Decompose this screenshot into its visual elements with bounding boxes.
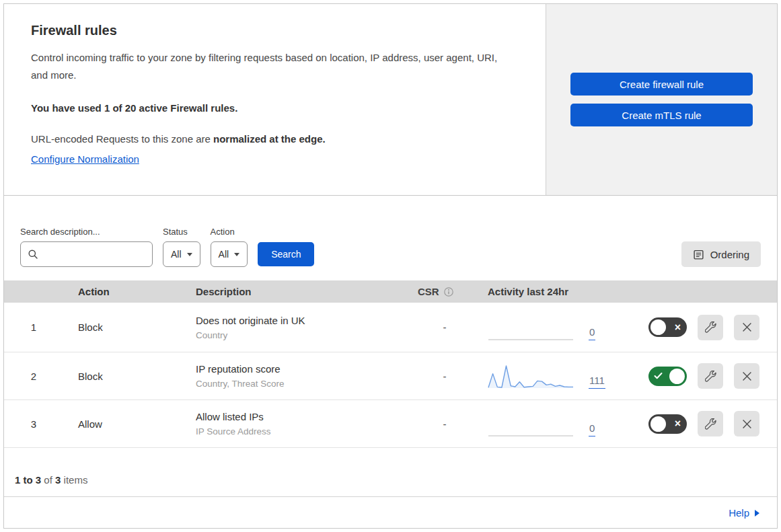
arrow-right-icon xyxy=(755,510,759,517)
status-select[interactable]: All xyxy=(163,241,200,267)
table-row: 3 Allow Allow listed IPs IP Source Addre… xyxy=(4,400,777,448)
ordering-button[interactable]: Ordering xyxy=(681,241,761,267)
delete-rule-button[interactable] xyxy=(734,411,759,436)
create-mtls-rule-button[interactable]: Create mTLS rule xyxy=(570,104,753,126)
wrench-icon xyxy=(705,321,716,333)
pagination-summary: 1 to 3 of 3 items xyxy=(4,448,777,497)
activity-count-link[interactable]: 0 xyxy=(589,326,595,340)
help-link[interactable]: Help xyxy=(729,507,759,519)
table-row: 2 Block IP reputation score Country, Thr… xyxy=(4,352,777,400)
action-select[interactable]: All xyxy=(211,241,248,267)
range-text: 1 to 3 xyxy=(15,474,41,486)
chevron-down-icon xyxy=(187,253,192,256)
wrench-icon xyxy=(705,418,716,430)
normalization-bold: normalized at the edge. xyxy=(213,133,326,145)
normalization-prefix: URL-encoded Requests to this zone are xyxy=(31,133,213,145)
rule-description[interactable]: Does not originate in UK xyxy=(196,315,411,326)
column-description: Description xyxy=(196,286,411,297)
x-icon: × xyxy=(675,418,681,429)
action-select-value: All xyxy=(219,249,229,260)
chevron-down-icon xyxy=(234,253,239,256)
ordering-list-icon xyxy=(693,249,704,260)
usage-summary: You have used 1 of 20 active Firewall ru… xyxy=(31,102,519,114)
column-activity: Activity last 24hr xyxy=(478,286,625,297)
rule-enable-toggle[interactable]: × xyxy=(648,414,687,434)
help-row: Help xyxy=(4,497,777,528)
rule-action: Allow xyxy=(63,418,196,430)
help-link-label: Help xyxy=(729,507,749,519)
rule-csr-value: - xyxy=(411,418,478,430)
filter-bar: Search description... Status All Action … xyxy=(4,196,777,280)
info-icon[interactable] xyxy=(443,287,454,297)
page-description: Control incoming traffic to your zone by… xyxy=(31,49,515,85)
firewall-rules-panel: Firewall rules Control incoming traffic … xyxy=(3,3,778,529)
search-icon xyxy=(28,249,38,260)
rule-priority: 3 xyxy=(4,418,63,430)
activity-count-link[interactable]: 0 xyxy=(589,422,595,436)
activity-sparkline xyxy=(488,313,574,342)
delete-rule-button[interactable] xyxy=(734,315,759,340)
action-label: Action xyxy=(211,227,248,237)
status-select-value: All xyxy=(171,249,182,260)
page-title: Firewall rules xyxy=(31,23,519,38)
rule-criteria: IP Source Address xyxy=(196,426,411,436)
of-text: of xyxy=(41,474,55,486)
search-button[interactable]: Search xyxy=(258,242,314,266)
rule-enable-toggle[interactable]: × xyxy=(648,317,687,337)
activity-count-link[interactable]: 111 xyxy=(589,375,605,389)
edit-rule-button[interactable] xyxy=(698,315,723,340)
x-icon: × xyxy=(675,321,681,332)
rule-criteria: Country xyxy=(196,330,411,340)
header-actions-panel: Create firewall rule Create mTLS rule xyxy=(546,4,777,195)
close-icon xyxy=(742,322,752,332)
header-text-column: Firewall rules Control incoming traffic … xyxy=(4,4,546,195)
rule-enable-toggle[interactable]: × xyxy=(648,367,687,386)
close-icon xyxy=(742,371,752,381)
search-input[interactable] xyxy=(44,249,145,260)
wrench-icon xyxy=(705,371,716,382)
ordering-button-label: Ordering xyxy=(710,249,749,260)
rule-csr-value: - xyxy=(411,321,478,333)
rule-priority: 2 xyxy=(4,371,63,382)
rule-csr-value: - xyxy=(411,371,478,382)
header-section: Firewall rules Control incoming traffic … xyxy=(4,4,777,196)
rule-action: Block xyxy=(63,321,196,333)
rule-priority: 1 xyxy=(4,321,63,333)
rule-action: Block xyxy=(63,371,196,382)
activity-sparkline xyxy=(488,362,574,390)
table-header: Action Description CSR Activity last 24h… xyxy=(4,280,777,303)
edit-rule-button[interactable] xyxy=(698,411,723,436)
normalization-note: URL-encoded Requests to this zone are no… xyxy=(31,131,519,167)
configure-normalization-link[interactable]: Configure Normalization xyxy=(31,151,139,167)
search-label: Search description... xyxy=(20,227,153,237)
check-icon xyxy=(654,373,663,380)
search-input-wrap xyxy=(20,241,153,267)
rule-criteria: Country, Threat Score xyxy=(196,379,411,389)
rule-description[interactable]: IP reputation score xyxy=(196,363,411,375)
column-action: Action xyxy=(63,286,196,297)
activity-sparkline xyxy=(488,410,574,438)
column-csr: CSR xyxy=(418,286,439,297)
rule-description[interactable]: Allow listed IPs xyxy=(196,411,411,422)
close-icon xyxy=(742,419,752,429)
delete-rule-button[interactable] xyxy=(734,363,759,389)
table-row: 1 Block Does not originate in UK Country… xyxy=(4,303,777,352)
create-firewall-rule-button[interactable]: Create firewall rule xyxy=(570,73,753,96)
items-text: items xyxy=(61,474,87,486)
status-label: Status xyxy=(163,227,200,237)
edit-rule-button[interactable] xyxy=(698,363,723,389)
